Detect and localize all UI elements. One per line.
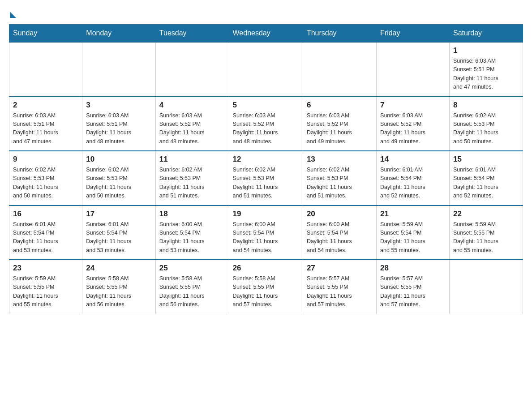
day-number: 8 — [453, 101, 519, 110]
day-number: 18 — [159, 210, 225, 218]
day-number: 24 — [86, 264, 151, 273]
calendar-cell: 1Sunrise: 6:03 AM Sunset: 5:51 PM Daylig… — [449, 42, 523, 97]
day-info: Sunrise: 6:02 AM Sunset: 5:53 PM Dayligh… — [307, 166, 373, 201]
calendar-cell: 14Sunrise: 6:01 AM Sunset: 5:54 PM Dayli… — [377, 151, 450, 206]
day-info: Sunrise: 5:58 AM Sunset: 5:55 PM Dayligh… — [233, 274, 299, 309]
calendar-week-row: 16Sunrise: 6:01 AM Sunset: 5:54 PM Dayli… — [9, 206, 523, 260]
day-number: 5 — [233, 101, 299, 110]
calendar-cell — [9, 42, 82, 97]
day-number: 10 — [86, 155, 151, 164]
day-number: 14 — [380, 155, 446, 164]
calendar-cell — [82, 42, 155, 97]
day-info: Sunrise: 5:57 AM Sunset: 5:55 PM Dayligh… — [307, 274, 373, 309]
page-header — [9, 9, 523, 17]
calendar-cell: 2Sunrise: 6:03 AM Sunset: 5:51 PM Daylig… — [9, 97, 82, 151]
day-info: Sunrise: 5:57 AM Sunset: 5:55 PM Dayligh… — [380, 274, 446, 309]
day-number: 19 — [233, 210, 299, 218]
calendar-header-sunday: Sunday — [9, 25, 82, 43]
calendar-week-row: 1Sunrise: 6:03 AM Sunset: 5:51 PM Daylig… — [9, 42, 523, 97]
day-number: 2 — [13, 101, 78, 110]
calendar-cell: 20Sunrise: 6:00 AM Sunset: 5:54 PM Dayli… — [303, 206, 376, 260]
calendar-cell: 24Sunrise: 5:58 AM Sunset: 5:55 PM Dayli… — [82, 260, 155, 314]
calendar-cell: 25Sunrise: 5:58 AM Sunset: 5:55 PM Dayli… — [155, 260, 229, 314]
calendar-cell: 11Sunrise: 6:02 AM Sunset: 5:53 PM Dayli… — [155, 151, 229, 206]
calendar-cell: 3Sunrise: 6:03 AM Sunset: 5:51 PM Daylig… — [82, 97, 155, 151]
day-info: Sunrise: 6:01 AM Sunset: 5:54 PM Dayligh… — [13, 220, 78, 255]
calendar-cell: 18Sunrise: 6:00 AM Sunset: 5:54 PM Dayli… — [155, 206, 229, 260]
calendar-cell — [377, 42, 450, 97]
day-number: 16 — [13, 210, 78, 218]
day-info: Sunrise: 5:59 AM Sunset: 5:55 PM Dayligh… — [453, 220, 519, 255]
calendar-cell: 5Sunrise: 6:03 AM Sunset: 5:52 PM Daylig… — [229, 97, 303, 151]
day-number: 12 — [233, 155, 299, 164]
day-number: 23 — [13, 264, 78, 273]
day-info: Sunrise: 6:00 AM Sunset: 5:54 PM Dayligh… — [233, 220, 299, 255]
calendar-week-row: 9Sunrise: 6:02 AM Sunset: 5:53 PM Daylig… — [9, 151, 523, 206]
day-number: 20 — [307, 210, 373, 218]
day-info: Sunrise: 6:00 AM Sunset: 5:54 PM Dayligh… — [159, 220, 225, 255]
day-info: Sunrise: 6:00 AM Sunset: 5:54 PM Dayligh… — [307, 220, 373, 255]
day-info: Sunrise: 5:59 AM Sunset: 5:55 PM Dayligh… — [13, 274, 78, 309]
day-info: Sunrise: 6:03 AM Sunset: 5:52 PM Dayligh… — [159, 111, 225, 146]
day-number: 4 — [159, 101, 225, 110]
calendar-header-saturday: Saturday — [449, 25, 523, 43]
calendar-cell — [303, 42, 376, 97]
calendar-cell: 26Sunrise: 5:58 AM Sunset: 5:55 PM Dayli… — [229, 260, 303, 314]
day-info: Sunrise: 5:58 AM Sunset: 5:55 PM Dayligh… — [159, 274, 225, 309]
logo-arrow-icon — [10, 12, 16, 18]
day-info: Sunrise: 6:03 AM Sunset: 5:51 PM Dayligh… — [453, 57, 519, 92]
day-number: 27 — [307, 264, 373, 273]
calendar-cell: 4Sunrise: 6:03 AM Sunset: 5:52 PM Daylig… — [155, 97, 229, 151]
day-info: Sunrise: 6:03 AM Sunset: 5:52 PM Dayligh… — [233, 111, 299, 146]
calendar-cell — [449, 260, 523, 314]
day-number: 28 — [380, 264, 446, 273]
calendar-cell: 16Sunrise: 6:01 AM Sunset: 5:54 PM Dayli… — [9, 206, 82, 260]
day-info: Sunrise: 6:01 AM Sunset: 5:54 PM Dayligh… — [380, 166, 446, 201]
calendar-cell: 19Sunrise: 6:00 AM Sunset: 5:54 PM Dayli… — [229, 206, 303, 260]
calendar-cell — [155, 42, 229, 97]
calendar-cell: 9Sunrise: 6:02 AM Sunset: 5:53 PM Daylig… — [9, 151, 82, 206]
day-number: 6 — [307, 101, 373, 110]
day-number: 17 — [86, 210, 151, 218]
day-info: Sunrise: 6:03 AM Sunset: 5:51 PM Dayligh… — [13, 111, 78, 146]
day-number: 25 — [159, 264, 225, 273]
calendar-cell: 28Sunrise: 5:57 AM Sunset: 5:55 PM Dayli… — [377, 260, 450, 314]
calendar-cell: 22Sunrise: 5:59 AM Sunset: 5:55 PM Dayli… — [449, 206, 523, 260]
day-number: 26 — [233, 264, 299, 273]
logo — [9, 9, 16, 17]
day-info: Sunrise: 6:03 AM Sunset: 5:51 PM Dayligh… — [86, 111, 151, 146]
day-number: 9 — [13, 155, 78, 164]
day-number: 22 — [453, 210, 519, 218]
calendar-cell: 15Sunrise: 6:01 AM Sunset: 5:54 PM Dayli… — [449, 151, 523, 206]
calendar-header-friday: Friday — [377, 25, 450, 43]
day-number: 1 — [453, 46, 519, 55]
day-number: 11 — [159, 155, 225, 164]
calendar-cell: 6Sunrise: 6:03 AM Sunset: 5:52 PM Daylig… — [303, 97, 376, 151]
calendar-cell: 21Sunrise: 5:59 AM Sunset: 5:54 PM Dayli… — [377, 206, 450, 260]
day-info: Sunrise: 5:59 AM Sunset: 5:54 PM Dayligh… — [380, 220, 446, 255]
day-info: Sunrise: 6:03 AM Sunset: 5:52 PM Dayligh… — [307, 111, 373, 146]
calendar-week-row: 23Sunrise: 5:59 AM Sunset: 5:55 PM Dayli… — [9, 260, 523, 314]
calendar-cell: 13Sunrise: 6:02 AM Sunset: 5:53 PM Dayli… — [303, 151, 376, 206]
calendar-cell: 27Sunrise: 5:57 AM Sunset: 5:55 PM Dayli… — [303, 260, 376, 314]
calendar-cell: 7Sunrise: 6:03 AM Sunset: 5:52 PM Daylig… — [377, 97, 450, 151]
calendar-cell — [229, 42, 303, 97]
calendar-week-row: 2Sunrise: 6:03 AM Sunset: 5:51 PM Daylig… — [9, 97, 523, 151]
day-number: 13 — [307, 155, 373, 164]
calendar-cell: 10Sunrise: 6:02 AM Sunset: 5:53 PM Dayli… — [82, 151, 155, 206]
calendar-header-wednesday: Wednesday — [229, 25, 303, 43]
day-number: 7 — [380, 101, 446, 110]
day-info: Sunrise: 6:01 AM Sunset: 5:54 PM Dayligh… — [453, 166, 519, 201]
day-info: Sunrise: 6:02 AM Sunset: 5:53 PM Dayligh… — [233, 166, 299, 201]
calendar-cell: 23Sunrise: 5:59 AM Sunset: 5:55 PM Dayli… — [9, 260, 82, 314]
day-info: Sunrise: 5:58 AM Sunset: 5:55 PM Dayligh… — [86, 274, 151, 309]
day-info: Sunrise: 6:02 AM Sunset: 5:53 PM Dayligh… — [86, 166, 151, 201]
calendar-header-thursday: Thursday — [303, 25, 376, 43]
calendar-header-row: SundayMondayTuesdayWednesdayThursdayFrid… — [9, 25, 523, 43]
calendar-table: SundayMondayTuesdayWednesdayThursdayFrid… — [9, 24, 523, 314]
day-info: Sunrise: 6:02 AM Sunset: 5:53 PM Dayligh… — [13, 166, 78, 201]
calendar-cell: 8Sunrise: 6:02 AM Sunset: 5:53 PM Daylig… — [449, 97, 523, 151]
calendar-cell: 17Sunrise: 6:01 AM Sunset: 5:54 PM Dayli… — [82, 206, 155, 260]
day-info: Sunrise: 6:03 AM Sunset: 5:52 PM Dayligh… — [380, 111, 446, 146]
day-info: Sunrise: 6:01 AM Sunset: 5:54 PM Dayligh… — [86, 220, 151, 255]
